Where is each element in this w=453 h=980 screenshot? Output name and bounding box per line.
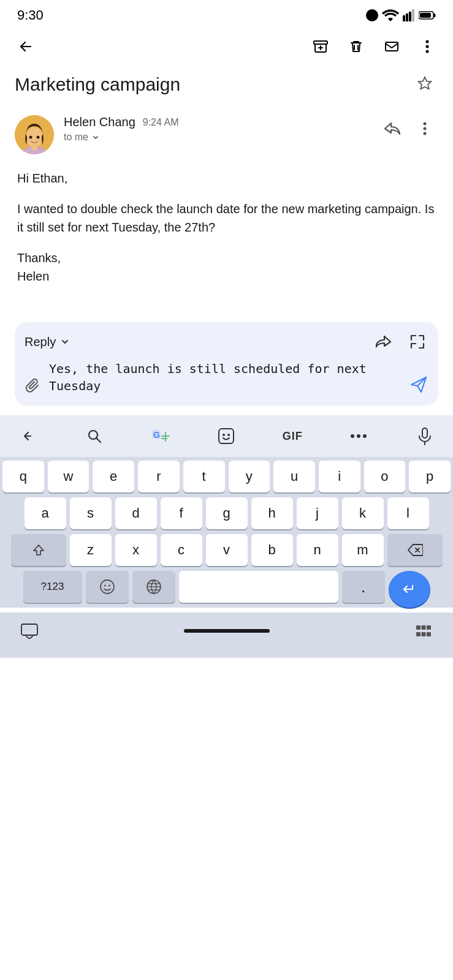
key-r[interactable]: r [138,461,180,492]
key-q[interactable]: q [2,461,44,492]
sender-info: Helen Chang 9:24 AM to me [64,115,178,143]
backspace-key[interactable] [387,534,443,566]
email-body-text: I wanted to double check the launch date… [17,200,436,236]
svg-point-29 [357,434,360,438]
svg-rect-43 [427,625,431,630]
keyboard-bottom-bar [0,612,453,658]
key-s[interactable]: s [70,497,112,529]
key-o[interactable]: o [364,461,406,492]
key-b[interactable]: b [251,534,293,566]
email-more-button[interactable] [411,115,438,142]
wifi-icon [382,9,399,21]
key-h[interactable]: h [251,497,293,529]
globe-key[interactable] [132,571,175,603]
key-i[interactable]: i [319,461,360,492]
more-options-button[interactable] [414,33,441,60]
svg-rect-41 [416,625,421,630]
key-p[interactable]: p [409,461,451,492]
svg-rect-8 [386,42,398,51]
reply-inline-button[interactable] [378,115,405,142]
email-body: Hi Ethan, I wanted to double check the l… [0,162,453,310]
key-d[interactable]: d [115,497,157,529]
svg-rect-5 [434,13,436,17]
key-n[interactable]: n [297,534,338,566]
space-key[interactable] [179,571,338,603]
attach-button[interactable] [25,377,42,397]
key-k[interactable]: k [342,497,384,529]
delete-button[interactable] [343,33,370,60]
keyboard-grid-button[interactable] [409,619,438,643]
battery-icon [419,10,436,20]
key-j[interactable]: j [297,497,338,529]
svg-point-30 [363,434,367,438]
email-toolbar [0,28,453,65]
svg-point-34 [104,585,106,587]
archive-button[interactable] [307,33,334,60]
back-button[interactable] [12,33,39,60]
status-icons [366,9,436,21]
expand-button[interactable] [406,331,428,353]
mark-unread-button[interactable] [378,33,405,60]
keyboard-voice-button[interactable] [408,421,442,451]
keyboard-row-3: z x c v b n m [2,534,451,566]
svg-point-10 [426,45,429,48]
keyboard-back-button[interactable] [11,421,45,451]
numbers-key[interactable]: ?123 [23,571,82,603]
keyboard-translate-button[interactable]: G [143,421,178,451]
keyboard-toolbar: G GIF [0,415,453,457]
shift-key[interactable] [11,534,66,566]
sender-time: 9:24 AM [143,117,179,128]
svg-rect-46 [427,632,431,636]
key-f[interactable]: f [161,497,202,529]
keyboard-more-button[interactable] [341,421,376,451]
reply-container: Reply Yes, the launch is still sc [15,322,438,405]
send-button[interactable] [409,375,428,397]
svg-point-19 [424,123,427,126]
key-m[interactable]: m [342,534,384,566]
key-c[interactable]: c [161,534,202,566]
email-header: Helen Chang 9:24 AM to me [0,104,453,162]
email-subject: Marketing campaign [15,74,411,95]
key-l[interactable]: l [387,497,429,529]
svg-rect-3 [412,9,414,21]
keyboard-sticker-button[interactable] [209,421,243,451]
key-g[interactable]: g [206,497,248,529]
svg-rect-0 [403,15,405,21]
svg-rect-42 [422,625,426,630]
svg-point-18 [37,136,40,139]
keyboard-row-1: q w e r t y u i o p [2,461,451,492]
key-y[interactable]: y [229,461,270,492]
star-button[interactable] [411,71,438,98]
sender-to[interactable]: to me [64,132,178,143]
period-key[interactable]: . [342,571,385,603]
key-w[interactable]: w [48,461,89,492]
svg-point-28 [351,434,354,438]
emoji-key[interactable] [86,571,129,603]
email-greeting: Hi Ethan, [17,169,436,187]
signal-icon [403,9,415,21]
forward-button[interactable] [373,331,395,353]
svg-rect-2 [409,12,411,21]
key-z[interactable]: z [70,534,112,566]
keyboard-row-4: ?123 . [2,571,451,608]
keyboard-search-button[interactable] [77,421,112,451]
reply-label: Reply [25,335,56,349]
key-u[interactable]: u [273,461,315,492]
keyboard-gif-button[interactable]: GIF [275,421,310,451]
keyboard-hide-button[interactable] [15,619,44,643]
key-a[interactable]: a [25,497,66,529]
svg-rect-40 [21,624,37,635]
svg-point-35 [108,585,110,587]
home-indicator [184,629,270,633]
svg-rect-45 [422,632,426,636]
key-e[interactable]: e [93,461,134,492]
svg-rect-31 [422,428,427,438]
key-x[interactable]: x [115,534,157,566]
key-v[interactable]: v [206,534,248,566]
key-t[interactable]: t [183,461,225,492]
svg-rect-6 [420,13,431,18]
svg-point-21 [424,132,427,135]
reply-text-input[interactable]: Yes, the launch is still scheduled for n… [49,360,402,397]
reply-dropdown-icon [59,336,70,347]
enter-key[interactable] [389,571,430,608]
